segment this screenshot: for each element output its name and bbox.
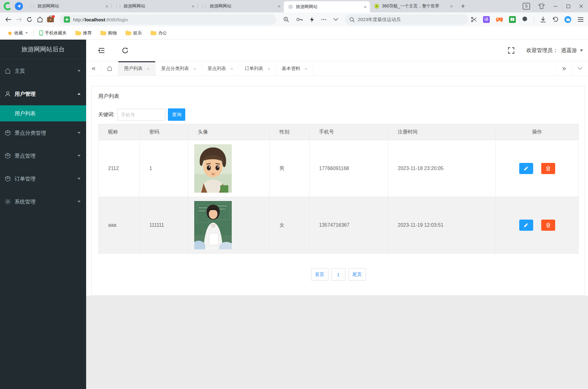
bookmark-mobile-favorites[interactable]: 手机收藏夹 bbox=[36, 29, 70, 37]
minimize-button[interactable] bbox=[553, 4, 558, 9]
browser-tab-title: 旅游网网站 bbox=[37, 3, 103, 9]
globe-icon bbox=[202, 4, 207, 9]
tab-order-list[interactable]: 订单列表 × bbox=[239, 61, 276, 76]
translate-extension-icon[interactable]: 译 bbox=[483, 16, 490, 23]
user-list-card: 用户列表 关键词: 查询 昵称 密码 bbox=[91, 86, 585, 295]
sidebar-item-system-management[interactable]: 系统管理 bbox=[0, 190, 86, 213]
address-bar[interactable]: http://localhost:8080/login bbox=[59, 14, 276, 25]
screenshot-scissors-icon[interactable] bbox=[471, 16, 477, 23]
sidebar-item-scenic-management[interactable]: 景点管理 bbox=[0, 144, 86, 167]
zoom-page-icon[interactable] bbox=[283, 16, 289, 23]
bookmarks-divider bbox=[33, 30, 34, 36]
url-text[interactable]: http://localhost:8080/login bbox=[73, 17, 128, 22]
query-button[interactable]: 查询 bbox=[168, 108, 185, 121]
keyword-input[interactable] bbox=[117, 109, 165, 120]
page-title: 用户列表 bbox=[98, 93, 578, 100]
fullscreen-icon[interactable] bbox=[508, 47, 515, 54]
sidebar-item-user-management[interactable]: 用户管理 bbox=[0, 82, 86, 105]
browser-tab-4-active[interactable]: 旅游网网站 × bbox=[284, 1, 370, 12]
page-number-button[interactable]: 1 bbox=[331, 268, 345, 281]
tab-label: 景点列表 bbox=[208, 66, 226, 72]
sidebar-subitem-user-list[interactable]: 用户列表 bbox=[0, 105, 86, 121]
favorites-menu[interactable]: 收藏 bbox=[4, 29, 31, 37]
tab-scenic-category-list[interactable]: 景点分类列表 × bbox=[156, 61, 202, 76]
tab-close-icon[interactable]: × bbox=[450, 4, 453, 9]
reading-book-icon[interactable] bbox=[509, 16, 516, 23]
tab-close-icon[interactable]: × bbox=[193, 66, 196, 71]
last-page-button[interactable]: 尾页 bbox=[349, 268, 366, 281]
new-tab-button[interactable]: + bbox=[461, 3, 465, 10]
maximize-button[interactable] bbox=[566, 4, 571, 9]
collapse-sidebar-icon[interactable] bbox=[96, 45, 107, 56]
bookmark-folder-entertainment[interactable]: 娱乐 bbox=[122, 29, 145, 37]
sidebar-item-scenic-category[interactable]: 景点分类管理 bbox=[0, 121, 86, 144]
lightning-icon[interactable] bbox=[310, 16, 314, 23]
globe-icon bbox=[288, 4, 293, 9]
downloads-icon[interactable] bbox=[540, 16, 546, 23]
site-safety-shield-icon[interactable] bbox=[64, 16, 70, 23]
theme-shirt-icon[interactable] bbox=[538, 3, 545, 9]
tab-close-icon[interactable]: × bbox=[191, 4, 195, 9]
edit-user-button[interactable] bbox=[519, 220, 533, 231]
browser-tab-title: 旅游网网站 bbox=[210, 3, 275, 9]
tab-basic-info[interactable]: 基本资料 × bbox=[276, 61, 313, 76]
tabs-scroll-right-button[interactable]: » bbox=[556, 61, 572, 76]
search-query-text[interactable]: 2023年度最佳运动员 bbox=[358, 17, 401, 23]
tabs-menu-chevron-button[interactable] bbox=[572, 61, 588, 76]
tab-close-icon[interactable]: × bbox=[278, 4, 281, 9]
paper-plane-icon[interactable] bbox=[15, 2, 23, 10]
tab-close-icon[interactable]: × bbox=[230, 66, 233, 71]
extensions-puzzle-icon[interactable] bbox=[522, 16, 528, 23]
history-undo-icon[interactable] bbox=[552, 16, 558, 23]
forward-button[interactable] bbox=[14, 14, 24, 25]
bookmark-folder-recommend[interactable]: 推荐 bbox=[72, 29, 95, 37]
sidebar-item-order-management[interactable]: 订单管理 bbox=[0, 167, 86, 190]
browser-menu-icon[interactable] bbox=[577, 17, 584, 22]
delete-user-button[interactable] bbox=[541, 220, 555, 231]
browser-tab-3[interactable]: 旅游网网站 × bbox=[198, 0, 284, 12]
browser-window: 旅游网网站 × 旅游网网站 × 旅游网网站 × 旅游网网站 × bbox=[0, 0, 588, 389]
edit-user-button[interactable] bbox=[519, 163, 533, 174]
password-key-icon[interactable] bbox=[296, 17, 303, 22]
tab-scenic-list[interactable]: 景点列表 × bbox=[202, 61, 239, 76]
address-dropdown-chevron-icon[interactable] bbox=[333, 18, 338, 21]
bookmark-label: 购物 bbox=[108, 30, 117, 36]
chevron-up-icon bbox=[77, 93, 81, 95]
cell-nickname: 2112 bbox=[99, 140, 140, 197]
game-controller-icon[interactable] bbox=[496, 17, 503, 22]
close-window-button[interactable] bbox=[579, 4, 584, 9]
chevron-down-icon[interactable] bbox=[580, 50, 583, 51]
browser-tab-2[interactable]: 旅游网网站 × bbox=[112, 0, 198, 12]
tab-close-icon[interactable]: × bbox=[268, 66, 270, 71]
tab-close-icon[interactable]: × bbox=[105, 4, 108, 9]
admin-name[interactable]: 逍遥游 bbox=[561, 47, 577, 54]
bookmark-folder-shopping[interactable]: 购物 bbox=[97, 29, 120, 37]
refresh-button[interactable] bbox=[24, 14, 35, 25]
chevron-down-icon bbox=[77, 132, 81, 134]
cloud-sync-app-icon[interactable] bbox=[564, 16, 572, 23]
browser-360-logo-icon[interactable] bbox=[2, 1, 13, 11]
back-button[interactable] bbox=[3, 14, 14, 25]
tabs-scroll-left-button[interactable]: « bbox=[86, 61, 101, 76]
tab-close-icon[interactable]: × bbox=[147, 66, 150, 71]
tab-close-icon[interactable]: × bbox=[364, 4, 367, 10]
home-button[interactable] bbox=[35, 14, 45, 25]
first-page-button[interactable]: 首页 bbox=[311, 268, 328, 281]
workspace-briefcase-icon[interactable] bbox=[45, 14, 56, 25]
browser-tab-5[interactable]: 360导航_一个主页，整个世界 × bbox=[370, 0, 456, 12]
home-tab-button[interactable] bbox=[101, 61, 118, 76]
bookmark-folder-office[interactable]: 办公 bbox=[147, 29, 170, 37]
refresh-page-icon[interactable] bbox=[120, 45, 131, 56]
tab-count-badge[interactable]: 5 bbox=[523, 3, 530, 10]
more-tools-icon[interactable] bbox=[321, 19, 327, 20]
tab-close-icon[interactable]: × bbox=[305, 66, 307, 71]
browser-tab-1[interactable]: 旅游网网站 × bbox=[25, 0, 112, 12]
tab-user-list[interactable]: 用户列表 × bbox=[118, 61, 156, 76]
sidebar-item-home[interactable]: 主页 bbox=[0, 59, 86, 82]
address-bar-tools bbox=[283, 16, 338, 23]
browser-search-box[interactable]: 2023年度最佳运动员 bbox=[345, 14, 468, 25]
cell-password: 1 bbox=[140, 140, 188, 197]
delete-user-button[interactable] bbox=[541, 163, 555, 174]
globe-icon bbox=[116, 4, 121, 9]
notification-dot bbox=[52, 15, 55, 18]
